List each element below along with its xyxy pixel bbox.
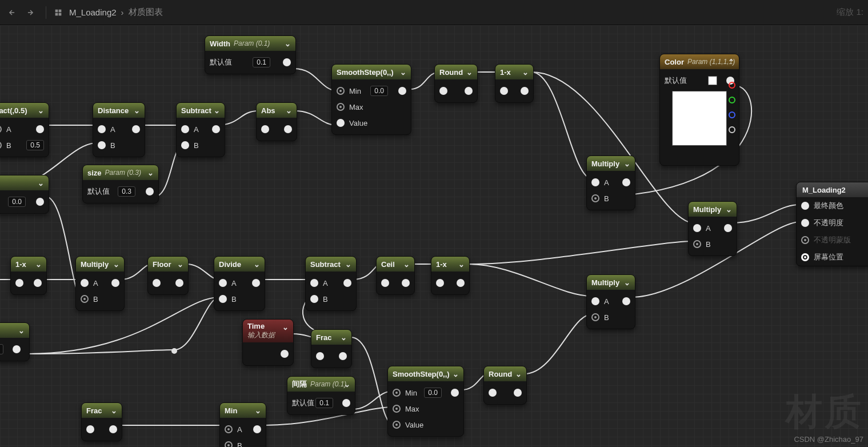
pin-in-opacity[interactable] [801,219,809,227]
chevron-down-icon[interactable]: ⌄ [283,39,292,48]
node-subtract-2[interactable]: Subtract⌄ A B [305,256,357,311]
chevron-down-icon[interactable]: ⌄ [622,159,631,168]
pin-out[interactable] [622,297,630,305]
node-multiply-top[interactable]: Multiply⌄ A B [586,155,635,210]
value-field[interactable]: 0.5 [26,140,44,150]
node-min[interactable]: Min⌄ A B [219,402,266,447]
chevron-down-icon[interactable]: ⌄ [622,278,631,287]
pin-in-a[interactable] [81,279,89,287]
pin-out[interactable] [342,399,350,407]
pin-in-b[interactable] [0,141,2,149]
chevron-down-icon[interactable]: ⌄ [521,67,530,77]
pin-in[interactable] [381,279,389,287]
crumb-graph[interactable]: 材质图表 [129,7,163,18]
pin-out[interactable] [521,87,529,95]
pin-out[interactable] [724,224,732,232]
pin-out[interactable] [109,425,117,433]
node-frac-2[interactable]: Frac⌄ [81,402,122,441]
pin-out[interactable] [175,279,183,287]
chevron-down-icon[interactable]: ⌄ [402,260,411,269]
node-smoothstep-1[interactable]: SmoothStep(0,,)⌄ Min0.0 Max Value [331,64,411,135]
pin-in[interactable] [86,425,94,433]
pin-in-a[interactable] [225,425,233,433]
pin-out-r[interactable] [729,82,735,89]
chevron-down-icon[interactable]: ⌄ [17,326,26,335]
pin-in-a[interactable] [219,279,227,287]
node-abs[interactable]: Abs⌄ [256,102,297,141]
value-field[interactable]: 0.0 [370,86,388,96]
value-field[interactable]: 0.1 [315,398,333,408]
node-oneminus-1[interactable]: 1-x⌄ [495,64,534,103]
pin-in-a[interactable] [591,297,599,305]
node-distance[interactable]: Distance⌄ A B [93,102,145,157]
value-field[interactable]: 0.3 [118,186,135,197]
pin-in[interactable] [261,125,269,133]
pin-out[interactable] [34,279,42,287]
chevron-down-icon[interactable]: ⌄ [339,333,348,342]
chevron-down-icon[interactable]: ⌄ [111,260,121,269]
node-interval-param[interactable]: 间隔Param (0.1)⌄ 默认值0.1 [287,376,355,415]
chevron-down-icon[interactable]: ⌄ [465,67,474,77]
chevron-down-icon[interactable]: ⌄ [175,260,185,269]
chevron-down-icon[interactable]: ⌄ [36,106,45,115]
pin-in-a[interactable] [181,125,189,133]
chevron-down-icon[interactable]: ⌄ [253,406,262,415]
node-param-12[interactable]: ⌄ 12.0 [0,322,30,361]
pin-in-min[interactable] [337,87,345,95]
pin-in[interactable] [15,279,23,287]
chevron-down-icon[interactable]: ⌄ [146,168,155,177]
pin-out[interactable] [36,125,44,133]
pin-in[interactable] [489,389,497,397]
pin-in[interactable] [439,87,447,95]
node-oneminus-3[interactable]: 1-x⌄ [431,256,470,295]
pin-in-b[interactable] [181,141,189,149]
pin-out[interactable] [252,279,260,287]
node-tract[interactable]: tract(,0.5)⌄ A B0.5 [0,102,49,157]
chevron-down-icon[interactable]: ⌄ [343,260,353,269]
node-smoothstep-2[interactable]: SmoothStep(0,,)⌄ Min0.0 Max Value [387,366,464,437]
pin-in-b[interactable] [591,194,599,202]
chevron-up-icon[interactable]: ⌃ [726,57,735,66]
pin-out[interactable] [451,389,459,397]
crumb-asset[interactable]: M_Loading2 [69,7,117,17]
pin-out-g[interactable] [729,97,735,103]
node-multiply-bottom[interactable]: Multiply⌄ A B [586,274,635,329]
chevron-down-icon[interactable]: ⌄ [451,369,460,378]
pin-out[interactable] [343,279,351,287]
pin-out[interactable] [253,425,261,433]
value-field[interactable]: 12.0 [0,344,3,354]
value-field[interactable]: 0.1 [253,57,270,67]
pin-in-max[interactable] [393,405,401,413]
node-ceil[interactable]: Ceil⌄ [376,256,415,295]
chevron-down-icon[interactable]: ⌄ [514,369,523,378]
pin-out-a[interactable] [729,126,735,133]
pin-in-b[interactable] [310,295,318,303]
pin-out[interactable] [457,279,465,287]
pin-in-opacitymask[interactable] [801,236,809,244]
pin-out[interactable] [36,198,44,206]
chevron-down-icon[interactable]: ⌄ [284,106,293,115]
pin-out[interactable] [398,87,406,95]
node-subtract-1[interactable]: Subtract⌄ A B [176,102,225,157]
pin-in-b[interactable] [98,141,106,149]
node-width-param[interactable]: WidthParam (0.1)⌄ 默认值0.1 [205,35,296,74]
pin-out[interactable] [402,279,410,287]
pin-out[interactable] [284,125,292,133]
node-multiply-mid[interactable]: Multiply⌄ A B [75,256,125,311]
chevron-down-icon[interactable]: ⌄ [212,106,221,115]
chevron-down-icon[interactable]: ⌄ [36,178,45,187]
pin-in[interactable] [500,87,508,95]
node-multiply-right[interactable]: Multiply⌄ A B [688,201,737,256]
pin-in[interactable] [436,279,444,287]
pin-out[interactable] [13,345,21,353]
node-time[interactable]: Time输入数据⌄ [242,319,294,366]
nav-back-button[interactable] [5,5,19,20]
value-field[interactable]: 0.0 [8,197,26,207]
pin-in-min[interactable] [393,389,401,397]
pin-in-value[interactable] [393,421,401,429]
pin-in-b[interactable] [219,295,227,303]
pin-in-finalcolor[interactable] [801,202,809,210]
color-swatch[interactable] [708,76,717,85]
pin-out[interactable] [212,125,220,133]
pin-in-a[interactable] [693,224,701,232]
